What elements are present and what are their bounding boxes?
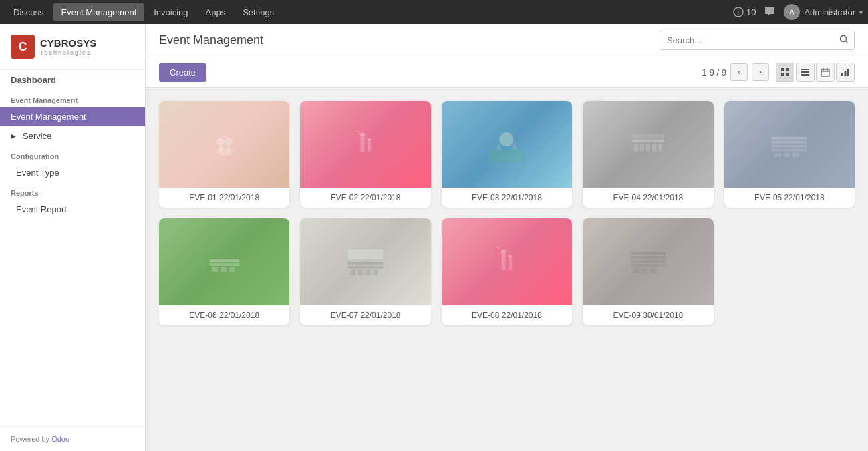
svg-rect-36 — [632, 134, 664, 138]
card-image-5 — [724, 101, 855, 188]
svg-rect-40 — [772, 149, 807, 152]
svg-rect-44 — [209, 259, 239, 262]
svg-rect-16 — [845, 71, 847, 76]
prev-page-button[interactable]: ‹ — [730, 63, 748, 81]
svg-rect-64 — [631, 260, 666, 263]
sidebar-item-event-type[interactable]: Event Type — [0, 163, 145, 182]
calendar-view-button[interactable] — [816, 63, 835, 82]
svg-point-60 — [509, 255, 513, 257]
sidebar-footer: Powered by Odoo — [0, 426, 145, 451]
sidebar-item-event-report[interactable]: Event Report — [0, 200, 145, 219]
event-card-9[interactable]: EVE-09 30/01/2018 — [583, 218, 713, 325]
svg-point-20 — [225, 138, 233, 146]
card-title-7: EVE-07 22/01/2018 — [300, 305, 430, 325]
svg-point-26 — [367, 138, 371, 141]
drinks2-icon — [486, 242, 527, 282]
odoo-link[interactable]: Odoo — [51, 435, 69, 443]
card-image-6 — [159, 218, 289, 305]
sidebar-item-event-management[interactable]: Event Management — [0, 107, 145, 126]
user-menu[interactable]: A Administrator ▾ — [784, 4, 863, 20]
svg-point-58 — [501, 249, 507, 253]
svg-rect-46 — [212, 267, 218, 273]
svg-text:i: i — [738, 9, 739, 16]
logo-subtext: Technologies — [40, 49, 96, 56]
event-card-4[interactable]: EVE-04 22/01/2018 — [583, 101, 713, 208]
svg-rect-17 — [847, 69, 849, 76]
event-card-6[interactable]: EVE-06 22/01/2018 — [159, 218, 289, 325]
wedding-icon — [204, 124, 245, 164]
nav-apps[interactable]: Apps — [198, 3, 234, 21]
svg-rect-53 — [358, 269, 364, 275]
event-card-8[interactable]: EVE-08 22/01/2018 — [442, 218, 572, 325]
toolbar: Create 1-9 / 9 ‹ › — [146, 57, 868, 88]
svg-point-2 — [841, 36, 847, 42]
svg-rect-51 — [348, 266, 384, 269]
nav-event-management[interactable]: Event Management — [53, 3, 145, 21]
svg-rect-49 — [206, 252, 209, 272]
sidebar-section-event-management: Event Management — [0, 90, 145, 107]
nav-settings[interactable]: Settings — [235, 3, 282, 21]
event-card-3[interactable]: EVE-03 22/01/2018 — [442, 101, 572, 208]
kanban-view-button[interactable] — [776, 63, 794, 82]
meeting-room-icon — [204, 242, 245, 282]
svg-rect-68 — [650, 268, 656, 273]
event-card-1[interactable]: EVE-01 22/01/2018 — [159, 101, 289, 208]
card-image-7 — [300, 218, 430, 305]
card-title-2: EVE-02 22/01/2018 — [300, 188, 430, 208]
event-card-5[interactable]: EVE-05 22/01/2018 — [724, 101, 855, 208]
svg-rect-42 — [783, 153, 790, 157]
svg-rect-15 — [841, 73, 843, 76]
toolbar-right: 1-9 / 9 ‹ › — [702, 63, 855, 82]
calendar-icon — [821, 67, 830, 77]
username: Administrator — [804, 7, 855, 17]
pagination-label: 1-9 / 9 — [702, 67, 726, 78]
card-title-1: EVE-01 22/01/2018 — [159, 188, 289, 208]
svg-rect-10 — [801, 74, 809, 76]
sidebar: C CYBROSYS Technologies Dashboard Event … — [0, 24, 146, 451]
next-page-button[interactable]: › — [752, 63, 769, 81]
sidebar-item-dashboard[interactable]: Dashboard — [0, 70, 145, 90]
card-image-1 — [159, 101, 289, 188]
svg-rect-30 — [632, 140, 664, 143]
svg-rect-33 — [646, 144, 650, 152]
list-view-button[interactable] — [796, 63, 815, 82]
sidebar-section-reports: Reports — [0, 182, 145, 200]
logo-icon: C — [11, 35, 35, 59]
nav-right: i 10 A Administrator ▾ — [733, 4, 863, 20]
create-button[interactable]: Create — [159, 63, 206, 82]
logo-text: CYBROSYS — [40, 37, 96, 49]
list-icon — [801, 67, 810, 77]
card-image-4 — [583, 101, 713, 188]
svg-rect-32 — [640, 144, 644, 152]
svg-rect-66 — [633, 268, 639, 273]
card-title-9: EVE-09 30/01/2018 — [583, 305, 713, 325]
svg-rect-5 — [786, 68, 789, 71]
svg-rect-67 — [641, 268, 647, 273]
svg-rect-31 — [634, 144, 638, 152]
event-card-7[interactable]: EVE-07 22/01/2018 — [300, 218, 430, 325]
service-arrow-icon: ▶ — [11, 132, 16, 140]
nav-left: Discuss Event Management Invoicing Apps … — [5, 3, 282, 21]
top-navigation: Discuss Event Management Invoicing Apps … — [0, 0, 868, 24]
svg-rect-45 — [209, 263, 239, 266]
view-buttons — [776, 63, 855, 82]
search-icon — [839, 35, 849, 44]
notification-count[interactable]: i 10 — [733, 7, 756, 17]
svg-rect-6 — [781, 73, 784, 76]
nav-invoicing[interactable]: Invoicing — [146, 3, 196, 21]
card-image-2 — [300, 101, 430, 188]
event-card-2[interactable]: EVE-02 22/01/2018 — [300, 101, 430, 208]
svg-point-27 — [354, 129, 359, 134]
nav-discuss[interactable]: Discuss — [5, 3, 52, 21]
search-input[interactable] — [660, 32, 834, 49]
svg-line-3 — [846, 41, 849, 44]
card-title-6: EVE-06 22/01/2018 — [159, 305, 289, 325]
chat-icon[interactable] — [764, 6, 776, 19]
pagination: 1-9 / 9 ‹ › — [702, 63, 769, 81]
cards-area: EVE-01 22/01/2018 EVE-02 — [146, 88, 868, 451]
search-button[interactable] — [834, 31, 854, 49]
svg-rect-56 — [348, 249, 384, 259]
graph-view-button[interactable] — [836, 63, 855, 82]
sidebar-item-service[interactable]: ▶ Service — [0, 126, 145, 146]
page-title: Event Management — [159, 33, 263, 47]
